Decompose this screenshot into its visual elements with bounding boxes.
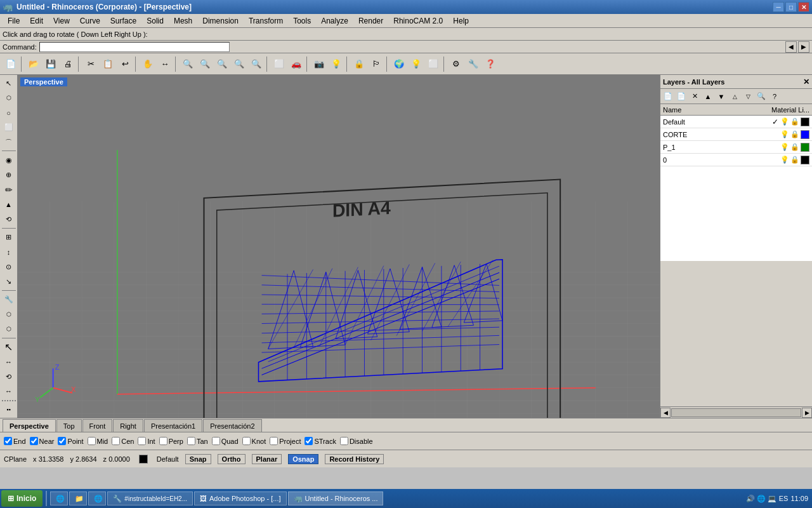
layer-color-1[interactable]: [801, 130, 809, 139]
lt-arc[interactable]: ⌒: [1, 135, 16, 149]
snap-cb-disable[interactable]: [340, 437, 348, 445]
layers-close-icon[interactable]: ✕: [803, 77, 809, 86]
tab-right[interactable]: Right: [113, 419, 143, 432]
layer-bulb-0[interactable]: 💡: [780, 117, 789, 126]
lt-scale[interactable]: ↘: [1, 275, 16, 289]
layer-bulb-2[interactable]: 💡: [780, 143, 789, 151]
menu-mesh[interactable]: Mesh: [169, 15, 197, 27]
lt-circle[interactable]: ◉: [1, 153, 16, 167]
lt-tool3[interactable]: ⬡: [1, 322, 16, 336]
layer-down-btn[interactable]: ▼: [715, 90, 728, 103]
lt-more1[interactable]: ▪▪: [1, 403, 16, 417]
layer-row-0[interactable]: Default ✓ 💡 🔒: [660, 116, 812, 128]
layer-sort-down-btn[interactable]: ▽: [742, 90, 754, 103]
toolbar-btn-1[interactable]: 📂: [25, 56, 42, 72]
toolbar-btn-5[interactable]: 📋: [100, 56, 116, 72]
snap-cb-quad[interactable]: [212, 437, 220, 445]
tab-perspective[interactable]: Perspective: [3, 419, 56, 432]
toolbar-btn-6[interactable]: ↩: [117, 56, 133, 72]
toolbar-btn-9[interactable]: 🔍: [180, 56, 196, 72]
taskbar-app-ie[interactable]: 🌐: [50, 491, 68, 505]
lt-rect[interactable]: ⬜: [1, 121, 16, 135]
taskbar-app-rhino[interactable]: 🦏 Untitled - Rhinoceros ...: [288, 491, 384, 505]
toolbar-btn-2[interactable]: 💾: [43, 56, 59, 72]
viewport-area[interactable]: Perspective: [18, 75, 660, 418]
toolbar-btn-23[interactable]: ⚙: [448, 56, 464, 72]
lt-grid[interactable]: ⊞: [1, 231, 16, 244]
lt-arrow-select[interactable]: ↖: [1, 340, 16, 354]
toolbar-btn-8[interactable]: ↔: [157, 56, 173, 72]
lt-move2[interactable]: ↔: [1, 355, 16, 369]
layer-color-0[interactable]: [801, 117, 809, 126]
menu-transform[interactable]: Transform: [244, 15, 288, 27]
taskbar-app-photoshop[interactable]: 🖼 Adobe Photoshop - [...]: [194, 491, 287, 505]
lt-snap[interactable]: ⊙: [1, 260, 16, 274]
osnap-button[interactable]: Osnap: [288, 454, 318, 464]
toolbar-btn-25[interactable]: ❓: [482, 56, 499, 72]
cmd-scroll-left[interactable]: ◀: [785, 41, 797, 53]
toolbar-btn-18[interactable]: 🔒: [351, 56, 367, 72]
tab-presentación2[interactable]: Presentación2: [203, 419, 261, 432]
start-button[interactable]: ⊞ Inicio: [1, 490, 43, 507]
snap-cb-knot[interactable]: [242, 437, 251, 445]
tab-top[interactable]: Top: [56, 419, 82, 432]
lt-tool1[interactable]: 🔧: [1, 293, 16, 307]
toolbar-btn-11[interactable]: 🔍: [214, 56, 230, 72]
tab-front[interactable]: Front: [82, 419, 113, 432]
toolbar-btn-14[interactable]: ⬜: [271, 56, 287, 72]
menu-surface[interactable]: Surface: [105, 15, 141, 27]
snap-cb-tan[interactable]: [187, 437, 195, 445]
toolbar-btn-13[interactable]: 🔍: [248, 56, 265, 72]
command-input[interactable]: [39, 42, 230, 52]
snap-cb-perp[interactable]: [159, 437, 167, 445]
close-button[interactable]: ✕: [798, 2, 809, 12]
lt-rotate2[interactable]: ⟲: [1, 370, 16, 384]
layer-new-btn[interactable]: 📄: [662, 90, 674, 103]
title-bar-controls[interactable]: ─ □ ✕: [773, 2, 809, 12]
snap-cb-int[interactable]: [138, 437, 146, 445]
snap-cb-mid[interactable]: [88, 437, 96, 445]
toolbar-btn-0[interactable]: 📄: [3, 56, 19, 72]
snap-cb-project[interactable]: [270, 437, 278, 445]
toolbar-btn-3[interactable]: 🖨: [60, 56, 76, 72]
scroll-right-btn[interactable]: ▶: [802, 408, 812, 418]
snap-cb-strack[interactable]: [304, 437, 313, 445]
perspective-viewport[interactable]: Perspective: [18, 75, 660, 418]
toolbar-btn-20[interactable]: 🌍: [391, 56, 407, 72]
lt-curve[interactable]: ○: [1, 106, 16, 120]
snap-cb-cen[interactable]: [112, 437, 120, 445]
toolbar-btn-21[interactable]: 💡: [408, 56, 424, 72]
minimize-button[interactable]: ─: [773, 2, 784, 12]
snap-cb-near[interactable]: [30, 437, 38, 445]
layer-delete-btn[interactable]: ✕: [688, 90, 701, 103]
layer-color-2[interactable]: [801, 143, 809, 152]
menu-dimension[interactable]: Dimension: [197, 15, 244, 27]
ortho-button[interactable]: Ortho: [218, 454, 246, 464]
layer-bulb-3[interactable]: 💡: [780, 156, 789, 164]
taskbar-app-instructables[interactable]: 🔧 #instructableId=EH2...: [107, 491, 193, 505]
menu-render[interactable]: Render: [353, 15, 388, 27]
planar-button[interactable]: Planar: [252, 454, 282, 464]
taskbar-app-browser2[interactable]: 🌐: [88, 491, 106, 505]
toolbar-btn-4[interactable]: ✂: [82, 56, 99, 72]
layer-color-3[interactable]: [801, 156, 809, 164]
menu-rhinocam 2.0[interactable]: RhinoCAM 2.0: [388, 15, 448, 27]
layer-lock-3[interactable]: 🔒: [790, 156, 799, 164]
cmd-scroll-right[interactable]: ▶: [798, 41, 809, 53]
toolbar-btn-15[interactable]: 🚗: [288, 56, 304, 72]
layer-lock-2[interactable]: 🔒: [790, 143, 799, 151]
toolbar-btn-19[interactable]: 🏳: [368, 56, 384, 72]
toolbar-btn-24[interactable]: 🔧: [465, 56, 481, 72]
lt-triangle[interactable]: ▲: [1, 197, 16, 211]
lt-dim[interactable]: ↔: [1, 384, 16, 398]
menu-solid[interactable]: Solid: [141, 15, 169, 27]
layer-lock-0[interactable]: 🔒: [790, 117, 799, 126]
layer-filter-btn[interactable]: 🔍: [755, 90, 768, 103]
lt-pen[interactable]: ✏: [1, 183, 16, 197]
scroll-track[interactable]: [671, 408, 801, 417]
menu-help[interactable]: Help: [448, 15, 474, 27]
tab-presentación1[interactable]: Presentación1: [144, 419, 202, 432]
layers-scrollbar[interactable]: ◀ ▶: [660, 406, 812, 418]
layer-new-sub-btn[interactable]: 📄: [675, 90, 688, 103]
snap-button[interactable]: Snap: [185, 454, 211, 464]
